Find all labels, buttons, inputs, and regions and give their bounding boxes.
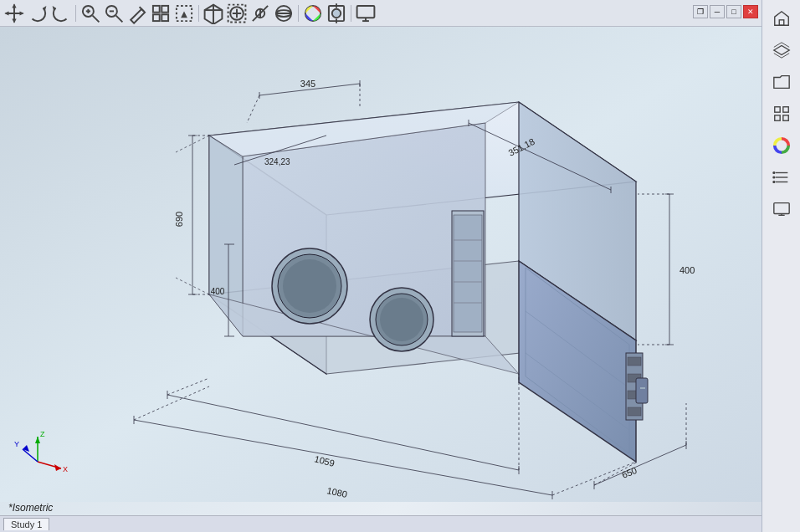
study-tab[interactable]: Study 1 [3, 518, 49, 530]
layers-panel-icon[interactable] [767, 35, 797, 65]
svg-rect-124 [774, 107, 779, 112]
svg-rect-135 [773, 203, 788, 214]
toolbar-separator-4 [351, 5, 351, 22]
svg-line-13 [116, 15, 123, 22]
3d-box-icon[interactable] [203, 3, 224, 24]
rotate-cw-icon[interactable] [27, 3, 49, 24]
dim-400: 400 [679, 265, 695, 275]
svg-line-9 [93, 15, 100, 22]
svg-rect-19 [162, 14, 168, 21]
svg-rect-73 [636, 378, 648, 403]
move-icon[interactable] [3, 3, 25, 24]
measure-icon[interactable] [249, 3, 271, 24]
svg-rect-69 [628, 357, 641, 366]
window-close-btn[interactable]: ✕ [743, 5, 758, 18]
svg-text:X: X [63, 465, 68, 473]
dim-324-23: 324,23 [264, 157, 290, 166]
right-panel [762, 0, 800, 532]
zoom-area-icon[interactable] [103, 3, 125, 24]
svg-marker-4 [4, 11, 8, 15]
svg-rect-16 [153, 5, 160, 12]
svg-rect-39 [357, 5, 375, 17]
display-settings-icon[interactable] [355, 3, 377, 24]
top-toolbar: ❐ ─ □ ✕ [0, 0, 762, 27]
toolbar-separator-3 [298, 5, 299, 22]
svg-point-57 [380, 298, 423, 341]
cad-viewport[interactable]: 690 345 324,23 351,18 400 [0, 27, 762, 502]
window-maximize-btn[interactable]: □ [726, 5, 741, 18]
svg-rect-18 [153, 14, 160, 21]
svg-rect-126 [774, 115, 779, 120]
grid-snap-icon[interactable] [150, 3, 172, 24]
window-controls: ❐ ─ □ ✕ [693, 5, 758, 18]
svg-point-54 [283, 259, 336, 313]
svg-marker-5 [20, 11, 24, 15]
svg-point-133 [772, 176, 774, 178]
svg-text:Y: Y [14, 440, 19, 448]
svg-marker-3 [12, 18, 16, 23]
home-panel-icon[interactable] [767, 3, 797, 33]
svg-rect-17 [162, 5, 168, 12]
svg-point-36 [332, 8, 341, 17]
window-restore-btn[interactable]: ❐ [693, 5, 708, 18]
zoom-fit-icon[interactable] [226, 3, 248, 24]
select-box-icon[interactable] [173, 3, 195, 24]
svg-rect-72 [628, 407, 641, 416]
status-bar: Study 1 [0, 515, 762, 532]
svg-rect-123 [779, 20, 784, 25]
dim-345: 345 [300, 79, 315, 89]
appearance-icon[interactable] [302, 3, 324, 24]
toolbar-separator-1 [75, 5, 76, 22]
svg-rect-125 [782, 107, 787, 112]
window-minimize-btn[interactable]: ─ [710, 5, 725, 18]
svg-text:Z: Z [40, 430, 45, 438]
color-panel-icon[interactable] [767, 130, 797, 161]
screen-panel-icon[interactable] [767, 194, 797, 224]
folder-panel-icon[interactable] [767, 67, 797, 97]
svg-rect-59 [454, 215, 482, 332]
dim-400-inner: 400 [211, 287, 225, 296]
render-scene-icon[interactable] [326, 3, 347, 24]
svg-point-132 [772, 172, 774, 174]
sphere-display-icon[interactable] [273, 3, 295, 24]
toolbar-separator-2 [198, 5, 199, 22]
svg-marker-2 [12, 3, 16, 8]
list-panel-icon[interactable] [767, 162, 797, 192]
rotate-ccw-icon[interactable] [50, 3, 72, 24]
view-label: *Isometric [8, 502, 53, 514]
svg-point-134 [772, 182, 774, 183]
properties-panel-icon[interactable] [767, 99, 797, 129]
search-zoom-icon[interactable] [79, 3, 101, 24]
sketch-icon[interactable] [126, 3, 148, 24]
dim-690: 690 [174, 212, 184, 227]
svg-rect-127 [782, 115, 787, 120]
svg-marker-20 [181, 11, 187, 18]
